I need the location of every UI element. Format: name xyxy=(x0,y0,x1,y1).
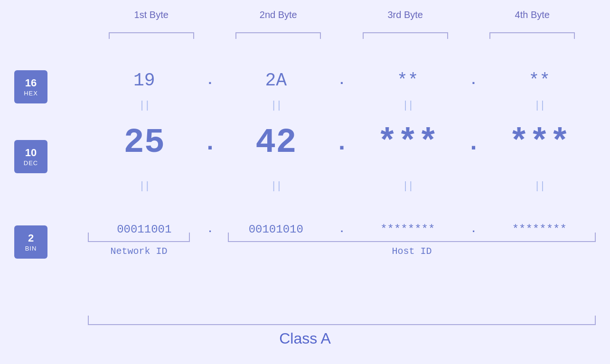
dec-row-byte-4: *** xyxy=(483,123,596,162)
eq-cell-6: || xyxy=(483,180,596,192)
eq-cell-0: || xyxy=(88,180,201,192)
eq-cell-2: || xyxy=(220,100,333,112)
eq-cell-0: || xyxy=(88,100,201,112)
hex-row-dot-3: . xyxy=(464,73,483,88)
byte-header-3: 3rd Byte xyxy=(342,9,469,20)
eq-row-2: |||||||| xyxy=(88,180,596,192)
base-badge-bin: 2BIN xyxy=(14,225,47,259)
class-label: Class A xyxy=(0,330,610,347)
byte-headers-row: 1st Byte2nd Byte3rd Byte4th Byte xyxy=(88,9,596,20)
top-bracket-3 xyxy=(363,32,448,39)
hex-row-byte-4: ** xyxy=(483,70,596,91)
full-bottom-bracket xyxy=(88,316,596,325)
main-container: 1st Byte2nd Byte3rd Byte4th Byte 16HEX10… xyxy=(0,0,610,364)
bin-row-dot-1: . xyxy=(201,224,220,235)
hex-row-byte-3: ** xyxy=(351,70,464,91)
hex-row-dot-1: . xyxy=(201,73,220,88)
base-badge-dec: 10DEC xyxy=(14,140,47,173)
base-lbl-dec: DEC xyxy=(24,159,38,167)
base-lbl-hex: HEX xyxy=(24,90,38,97)
host-id-label: Host ID xyxy=(228,246,596,257)
dec-row-dot-3: . xyxy=(464,130,483,157)
byte-header-4: 4th Byte xyxy=(469,9,596,20)
dec-row-byte-2: 42 xyxy=(220,123,333,162)
eq-row-1: |||||||| xyxy=(88,100,596,112)
network-id-label: Network ID xyxy=(88,246,190,257)
hex-row-byte-2: 2A xyxy=(220,70,333,91)
eq-cell-4: || xyxy=(351,100,464,112)
eq-cell-6: || xyxy=(483,100,596,112)
byte-header-2: 2nd Byte xyxy=(215,9,342,20)
host-id-bracket xyxy=(228,233,596,242)
eq-cell-2: || xyxy=(220,180,333,192)
base-num-bin: 2 xyxy=(28,232,34,244)
eq-cell-4: || xyxy=(351,180,464,192)
hex-row-dot-2: . xyxy=(332,73,351,88)
top-bracket-1 xyxy=(109,32,194,39)
dec-row-dot-2: . xyxy=(332,130,351,157)
dec-row-byte-1: 25 xyxy=(88,123,201,162)
base-badge-hex: 16HEX xyxy=(14,70,47,103)
base-num-hex: 16 xyxy=(25,77,37,89)
base-num-dec: 10 xyxy=(25,147,37,159)
top-bracket-4 xyxy=(489,32,575,39)
hex-row-byte-1: 19 xyxy=(88,70,201,91)
dec-row-byte-3: *** xyxy=(351,123,464,162)
network-id-bracket xyxy=(88,233,190,242)
byte-header-1: 1st Byte xyxy=(88,9,215,20)
top-bracket-2 xyxy=(235,32,321,39)
top-brackets xyxy=(88,32,596,39)
dec-row-dot-1: . xyxy=(201,130,220,157)
base-lbl-bin: BIN xyxy=(25,245,37,252)
